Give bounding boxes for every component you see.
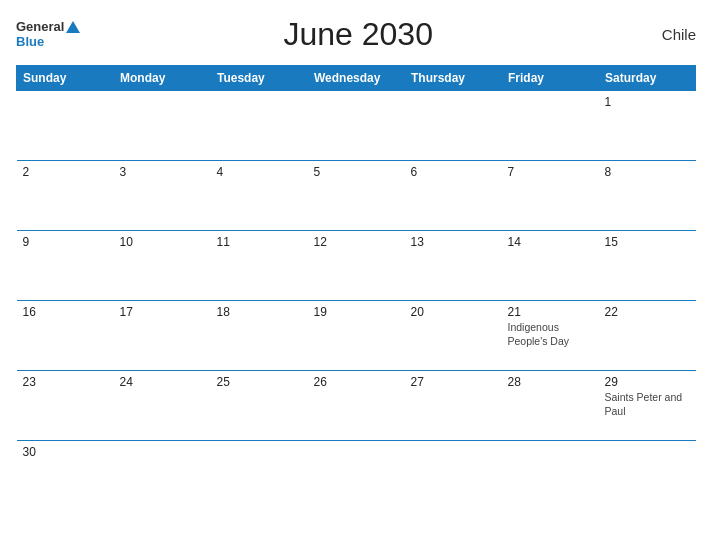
calendar-cell: 8 xyxy=(599,161,696,231)
page-title: June 2030 xyxy=(80,16,636,53)
calendar-week-row: 30 xyxy=(17,441,696,496)
col-thursday: Thursday xyxy=(405,66,502,91)
calendar-cell xyxy=(308,91,405,161)
logo-blue-text: Blue xyxy=(16,35,44,49)
col-tuesday: Tuesday xyxy=(211,66,308,91)
calendar-cell: 27 xyxy=(405,371,502,441)
calendar-cell xyxy=(502,441,599,496)
day-number: 18 xyxy=(217,305,302,319)
calendar-cell: 23 xyxy=(17,371,114,441)
day-number: 9 xyxy=(23,235,108,249)
day-number: 24 xyxy=(120,375,205,389)
day-number: 27 xyxy=(411,375,496,389)
day-number: 21 xyxy=(508,305,593,319)
day-number: 7 xyxy=(508,165,593,179)
day-number: 11 xyxy=(217,235,302,249)
calendar-cell: 30 xyxy=(17,441,114,496)
calendar-cell xyxy=(405,91,502,161)
calendar-cell: 7 xyxy=(502,161,599,231)
page-header: General Blue June 2030 Chile xyxy=(16,16,696,53)
calendar-cell: 17 xyxy=(114,301,211,371)
calendar-week-row: 23242526272829Saints Peter and Paul xyxy=(17,371,696,441)
day-number: 29 xyxy=(605,375,690,389)
day-number: 1 xyxy=(605,95,690,109)
day-number: 20 xyxy=(411,305,496,319)
col-sunday: Sunday xyxy=(17,66,114,91)
day-number: 10 xyxy=(120,235,205,249)
calendar-week-row: 161718192021Indigenous People's Day22 xyxy=(17,301,696,371)
calendar-cell: 26 xyxy=(308,371,405,441)
day-number: 12 xyxy=(314,235,399,249)
calendar-cell xyxy=(114,441,211,496)
event-label: Indigenous People's Day xyxy=(508,321,593,348)
day-number: 14 xyxy=(508,235,593,249)
day-number: 28 xyxy=(508,375,593,389)
calendar-cell: 29Saints Peter and Paul xyxy=(599,371,696,441)
calendar-cell: 19 xyxy=(308,301,405,371)
day-number: 25 xyxy=(217,375,302,389)
calendar-cell xyxy=(211,91,308,161)
calendar-cell: 6 xyxy=(405,161,502,231)
calendar-week-row: 9101112131415 xyxy=(17,231,696,301)
calendar-cell xyxy=(308,441,405,496)
day-number: 17 xyxy=(120,305,205,319)
calendar-cell: 25 xyxy=(211,371,308,441)
calendar-table: Sunday Monday Tuesday Wednesday Thursday… xyxy=(16,65,696,496)
calendar-cell xyxy=(114,91,211,161)
day-number: 23 xyxy=(23,375,108,389)
calendar-cell: 14 xyxy=(502,231,599,301)
logo-general-text: General xyxy=(16,20,64,34)
calendar-week-row: 2345678 xyxy=(17,161,696,231)
day-number: 8 xyxy=(605,165,690,179)
day-number: 4 xyxy=(217,165,302,179)
col-monday: Monday xyxy=(114,66,211,91)
calendar-cell: 5 xyxy=(308,161,405,231)
calendar-cell: 22 xyxy=(599,301,696,371)
calendar-cell: 24 xyxy=(114,371,211,441)
calendar-cell xyxy=(211,441,308,496)
col-friday: Friday xyxy=(502,66,599,91)
calendar-cell: 9 xyxy=(17,231,114,301)
day-number: 5 xyxy=(314,165,399,179)
logo-triangle-icon xyxy=(66,21,80,33)
calendar-cell xyxy=(502,91,599,161)
calendar-cell: 21Indigenous People's Day xyxy=(502,301,599,371)
event-label: Saints Peter and Paul xyxy=(605,391,690,418)
calendar-header-row: Sunday Monday Tuesday Wednesday Thursday… xyxy=(17,66,696,91)
col-wednesday: Wednesday xyxy=(308,66,405,91)
day-number: 19 xyxy=(314,305,399,319)
day-number: 22 xyxy=(605,305,690,319)
day-number: 30 xyxy=(23,445,108,459)
calendar-cell: 12 xyxy=(308,231,405,301)
country-label: Chile xyxy=(636,26,696,43)
calendar-cell xyxy=(17,91,114,161)
col-saturday: Saturday xyxy=(599,66,696,91)
day-number: 15 xyxy=(605,235,690,249)
calendar-cell: 3 xyxy=(114,161,211,231)
calendar-cell: 16 xyxy=(17,301,114,371)
day-number: 13 xyxy=(411,235,496,249)
logo: General Blue xyxy=(16,20,80,49)
calendar-cell: 2 xyxy=(17,161,114,231)
day-number: 3 xyxy=(120,165,205,179)
calendar-cell: 13 xyxy=(405,231,502,301)
calendar-cell xyxy=(405,441,502,496)
calendar-cell: 1 xyxy=(599,91,696,161)
calendar-week-row: 1 xyxy=(17,91,696,161)
calendar-cell: 15 xyxy=(599,231,696,301)
calendar-cell: 4 xyxy=(211,161,308,231)
calendar-cell: 11 xyxy=(211,231,308,301)
calendar-cell xyxy=(599,441,696,496)
day-number: 16 xyxy=(23,305,108,319)
day-number: 2 xyxy=(23,165,108,179)
calendar-cell: 20 xyxy=(405,301,502,371)
day-number: 6 xyxy=(411,165,496,179)
day-number: 26 xyxy=(314,375,399,389)
calendar-cell: 28 xyxy=(502,371,599,441)
calendar-cell: 18 xyxy=(211,301,308,371)
calendar-cell: 10 xyxy=(114,231,211,301)
